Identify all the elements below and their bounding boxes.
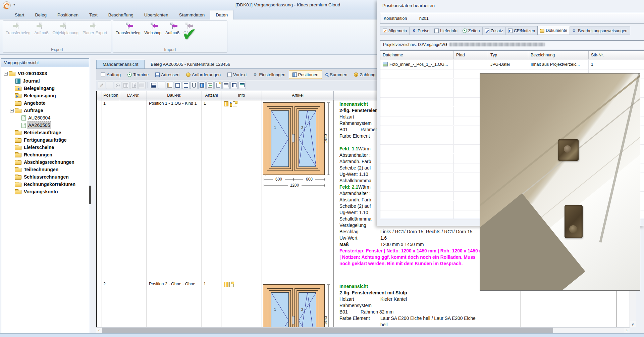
doc-icon	[21, 115, 26, 121]
tree-item-belegausgang[interactable]: Belegausgang	[1, 92, 89, 99]
column-header-blank[interactable]	[97, 91, 102, 100]
cell-dateiname	[380, 135, 454, 144]
expander-icon[interactable]: −	[4, 72, 8, 76]
ribbon-tab-beleg[interactable]: Beleg	[30, 10, 52, 19]
column-header-bezeichnung[interactable]: Bezeichnung	[528, 51, 589, 59]
dialog-tab-zeiten[interactable]: Zeiten	[460, 27, 482, 35]
ribbon-tab-positionen[interactable]: Positionen	[52, 10, 84, 19]
vorgang-tree-panel: Vorgangsübersicht −VG-26010303JournalBel…	[1, 58, 89, 334]
toolbar-icon-clip[interactable]	[190, 82, 198, 89]
toolbar-icon-bars[interactable]	[198, 82, 206, 89]
cell-dateiname	[380, 210, 454, 219]
column-header-anzahl[interactable]: Anzahl	[202, 91, 221, 100]
tree-item-belegeingang[interactable]: Belegeingang	[1, 85, 89, 92]
dialog-tab-dokumente[interactable]: Dokumente	[537, 26, 570, 35]
cell-border	[147, 100, 147, 281]
dialog-tab-preise[interactable]: €Preise	[409, 27, 432, 35]
scroll-down-icon[interactable]: ∨	[630, 321, 636, 327]
toolbar-icon-layout2[interactable]	[238, 82, 246, 89]
panel-splitter-handle[interactable]	[89, 186, 91, 204]
view-tab-mandantenansicht[interactable]: Mandantenansicht	[96, 60, 145, 68]
tab-zahlung[interactable]: €Zahlung	[351, 70, 379, 79]
dialog-tab-zusatz[interactable]: Zusatz	[482, 27, 506, 35]
dialog-tab-allgemein[interactable]: Allgemein	[380, 27, 409, 35]
quick-access-caret-icon[interactable]: ▾	[13, 3, 15, 6]
column-header-pfad[interactable]: Pfad	[454, 51, 488, 59]
tree-item-journal[interactable]: Journal	[1, 77, 89, 85]
toolbar-icon-arrowbox[interactable]	[182, 82, 190, 89]
scroll-left-icon[interactable]: ‹	[96, 328, 102, 333]
detail-line: Maß1200 mm x 1450 mm	[339, 241, 497, 248]
ribbon-button-aufmaß[interactable]: Aufmaß	[163, 22, 181, 36]
tab-einstellungen[interactable]: ⚙Einstellungen	[250, 70, 289, 79]
tree-item-schlussrechnungen[interactable]: Schlussrechnungen	[1, 173, 89, 181]
box-glyph	[175, 83, 180, 88]
ribbon-button-transferbeleg[interactable]: Transferbeleg	[114, 22, 143, 36]
dialog-tab-bearbeitungsanweisungen[interactable]: ⚙Bearbeitungsanweisungen	[570, 27, 630, 35]
scroll-right-icon[interactable]: ›	[624, 328, 630, 333]
dialog-tab-label: Lieferinfo	[440, 29, 457, 33]
tree-panel-header: Vorgangsübersicht	[1, 59, 89, 67]
column-header-position[interactable]: Position	[102, 91, 120, 100]
toolbar-icon-list[interactable]	[150, 82, 157, 89]
dialog-tab-ce-notizen[interactable]: CE/Notizen	[505, 27, 537, 35]
scrollbar-thumb[interactable]	[102, 328, 553, 333]
ribbon-tab-beschaffung[interactable]: Beschaffung	[103, 10, 139, 19]
column-header-stk-nr[interactable]: Stk-Nr.	[589, 51, 644, 59]
folder-icon	[15, 109, 21, 113]
tree-item-aufträge[interactable]: −Aufträge	[1, 107, 89, 114]
toolbar-icon-tablehdr[interactable]	[222, 82, 230, 89]
tree-item-angebote[interactable]: Angebote	[1, 99, 89, 107]
sum-icon	[325, 73, 328, 76]
column-header-info[interactable]: Info	[221, 91, 262, 100]
tree-item-rechnungskorrekturen[interactable]: Rechnungskorrekturen	[1, 181, 89, 188]
tree-item-rechnungen[interactable]: Rechnungen	[1, 151, 89, 158]
tab-auftrag[interactable]: Auftrag	[98, 70, 124, 79]
ribbon-tab-übersichten[interactable]: Übersichten	[139, 10, 174, 19]
ribbon-button-label: Aufmaß	[35, 31, 49, 35]
column-header-dateiname[interactable]: Dateiname	[380, 51, 454, 59]
cell-dateiname	[380, 201, 454, 210]
ribbon-tab-text[interactable]: Text	[84, 10, 103, 19]
tree-item-lieferscheine[interactable]: Lieferscheine	[1, 144, 89, 151]
tree-item-vg-26010303[interactable]: −VG-26010303	[1, 70, 89, 77]
column-header-artikel[interactable]: Artikel	[262, 91, 334, 100]
tree-item-fertigungsaufträge[interactable]: Fertigungsaufträge	[1, 136, 89, 144]
app-logo-icon[interactable]	[3, 1, 11, 9]
column-header-bau-nr[interactable]: Bau-Nr.	[147, 91, 202, 100]
toolbar-icon-box[interactable]	[174, 82, 181, 89]
export-doc-icon	[18, 23, 18, 29]
import-doc-icon	[128, 23, 128, 29]
tree-item-label: AU260304	[27, 114, 51, 122]
ribbon-tab-daten[interactable]: Daten	[210, 10, 233, 19]
tab-vortext[interactable]: Vortext	[224, 70, 250, 79]
hint-icon	[229, 102, 232, 106]
tab-anforderungen[interactable]: Anforderungen	[183, 70, 224, 79]
ribbon-button-webshop[interactable]: Webshop	[143, 22, 163, 36]
toolbar-icon-ruler[interactable]	[166, 82, 173, 89]
expander-icon[interactable]: −	[10, 109, 14, 112]
tab-termine[interactable]: Termine	[124, 70, 152, 79]
view-tab-beleg-aa260505-künsterstraße-123456[interactable]: Beleg AA260505 - Künsterstraße 123456	[145, 60, 236, 68]
documents-table-row[interactable]: Foto_innen_-_Pos_1_-_1.OG...JPG-DateiInh…	[380, 60, 644, 69]
tab-summen[interactable]: Summen	[322, 70, 351, 79]
ribbon-tab-start[interactable]: Start	[9, 10, 30, 19]
toolbar-icon-newdoc[interactable]	[214, 82, 222, 89]
ribbon-tab-stammdaten[interactable]: Stammdaten	[174, 10, 210, 19]
toolbar-icon-layout1[interactable]	[230, 82, 238, 89]
dialog-tab-lieferinfo[interactable]: Lieferinfo	[432, 27, 460, 35]
tree-item-au260304[interactable]: AU260304	[1, 114, 89, 122]
column-header-lv-nr[interactable]: LV.-Nr.	[120, 91, 147, 100]
toolbar-icon-info[interactable]	[158, 82, 165, 89]
horizontal-scrollbar[interactable]: ‹ ›	[96, 327, 630, 333]
tab-positionen[interactable]: Positionen	[289, 70, 322, 79]
toolbar-icon-cross[interactable]	[206, 82, 214, 89]
tree-item-aa260505[interactable]: AA260505	[1, 122, 89, 129]
tree-item-betriebsaufträge[interactable]: Betriebsaufträge	[1, 129, 89, 136]
tab-adressen[interactable]: Adressen	[152, 70, 183, 79]
cell-border	[202, 281, 202, 327]
tree-item-abschlagsrechnungen[interactable]: Abschlagsrechnungen	[1, 158, 89, 166]
tree-item-teilrechnungen[interactable]: Teilrechnungen	[1, 166, 89, 173]
column-header-typ[interactable]: Typ	[488, 51, 528, 59]
tree-item-vorgangskonto[interactable]: Vorgangskonto	[1, 188, 89, 195]
